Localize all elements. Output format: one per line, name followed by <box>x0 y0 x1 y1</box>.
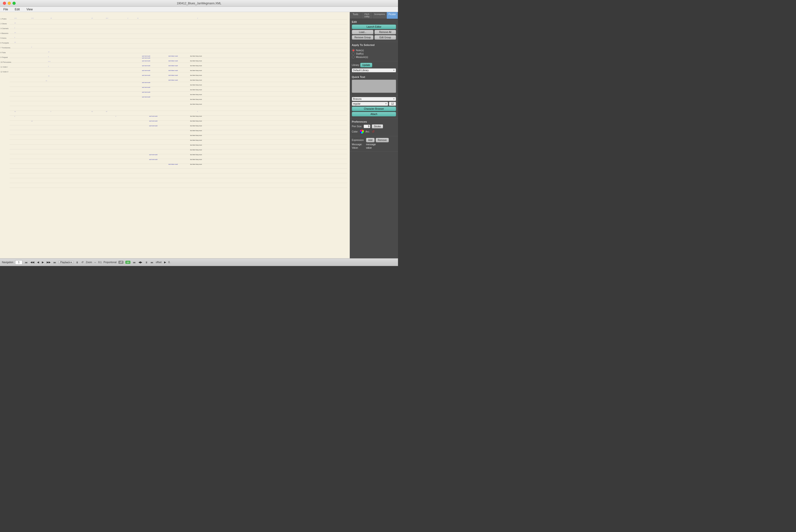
navigation-input[interactable] <box>15 260 22 265</box>
playback-arrow: ▾ <box>71 261 72 264</box>
notation-element: ♩ <box>15 115 15 117</box>
expression-add-button[interactable]: Add <box>366 138 375 142</box>
annotation-group: doch lieber musik <box>168 70 178 71</box>
staff-line <box>10 87 347 87</box>
next-button[interactable]: ▶▶ <box>46 261 51 264</box>
play-button[interactable]: ▶ <box>41 261 44 264</box>
font-size-input[interactable]: 12 <box>389 102 396 106</box>
staff-line <box>10 38 347 39</box>
annotation-group: doch lieber musik <box>168 60 178 61</box>
annotation-group: auch wie musik <box>142 65 150 66</box>
load-button[interactable]: Load... <box>352 30 373 34</box>
annotation-group: auch wie musik <box>142 75 150 76</box>
font-style-select[interactable]: regular ▼ <box>352 102 388 106</box>
remove-group-button[interactable]: Remove Group <box>352 35 373 40</box>
arc-icon[interactable]: ↺ <box>371 129 375 134</box>
minimize-button[interactable] <box>8 2 11 5</box>
staff-line <box>10 77 347 77</box>
expression-section: Expression Add Remove Message: message V… <box>350 136 398 152</box>
radio-measure-dot[interactable] <box>352 56 355 58</box>
range-expand-button[interactable]: ◀▶ <box>138 261 143 264</box>
score-area[interactable]: 1 Flutes 2 Oboes 3 Clarinets 4 Bassons 5… <box>0 12 350 258</box>
menu-file[interactable]: File <box>2 7 10 12</box>
offset-arrow-button[interactable]: ▶ <box>164 261 167 264</box>
staff-line <box>10 91 347 92</box>
range-end-button[interactable]: ⏭ <box>150 261 154 264</box>
close-button[interactable] <box>3 2 6 5</box>
prev-button[interactable]: ◀ <box>37 261 39 264</box>
radio-notes-dot[interactable] <box>352 49 355 52</box>
range-pause-button[interactable]: ⏸ <box>145 261 148 264</box>
maximize-button[interactable] <box>13 2 16 5</box>
measure-label: 6 Trumpets <box>0 42 9 44</box>
color-wheel[interactable] <box>360 129 364 134</box>
skip-start-button[interactable]: ⏮ <box>24 261 28 264</box>
tab-tools[interactable]: Tools <box>350 12 361 19</box>
annotation-group: auch wie musik <box>142 91 150 93</box>
update-button[interactable]: Update <box>360 63 372 67</box>
menu-edit[interactable]: Edit <box>13 7 21 12</box>
attach-button[interactable]: Attach <box>352 112 396 116</box>
prev-fast-button[interactable]: ◀◀ <box>30 261 35 264</box>
staff-line <box>10 82 347 82</box>
measure-label: 8 Tuba <box>0 52 5 53</box>
annotation-group: das lieber klang music <box>190 115 202 117</box>
annotation-group: das lieber klang music <box>190 139 202 141</box>
measure-label: 7 Trombones <box>0 47 10 49</box>
library-select[interactable]: Default Library ▼ <box>352 68 396 72</box>
proportional-off-toggle[interactable]: off <box>118 261 124 264</box>
launch-editor-button[interactable]: Launch Editor <box>352 24 396 29</box>
loop-button[interactable]: ↺ <box>81 261 84 264</box>
playback-dropdown[interactable]: Playback ▾ <box>58 261 73 264</box>
zoom-left-icon: ↔ <box>94 261 96 264</box>
menu-bar: File Edit View <box>0 7 398 12</box>
expression-remove-button[interactable]: Remove <box>376 138 389 142</box>
font-name-select[interactable]: Bravura ▼ <box>352 97 396 101</box>
notation-element: ♩ ♩ <box>48 51 49 53</box>
panel-tabs: Tools Pitch Utility Scorepions Picster <box>350 12 398 19</box>
edit-section: Edit Launch Editor Load... Remove All Re… <box>350 19 398 42</box>
notation-element: ♩ <box>15 37 15 38</box>
staff-line <box>10 34 347 34</box>
expression-header-row: Expression Add Remove <box>352 138 396 142</box>
annotation-group: auch wie musik <box>149 125 158 127</box>
pen-size-input[interactable] <box>364 125 370 128</box>
staff-line <box>10 188 347 188</box>
notation-element: ♩ <box>197 111 198 112</box>
font-section: Bravura ▼ regular ▼ 12 Character Browser… <box>350 95 398 119</box>
radio-notes[interactable]: Note(s) <box>352 49 396 52</box>
measure-label: 11 Violin I <box>0 66 8 68</box>
edit-group-button[interactable]: Edit Group <box>374 35 396 40</box>
notation-element: ♩ ♪ <box>15 32 16 33</box>
menu-view[interactable]: View <box>25 7 34 12</box>
tab-pitch-utility[interactable]: Pitch Utility <box>361 12 372 19</box>
traffic-lights[interactable] <box>3 2 16 5</box>
radio-staff-dot[interactable] <box>352 52 355 55</box>
radio-measure[interactable]: Measure(s) <box>352 55 396 59</box>
annotation-group: das lieber klang music <box>190 125 202 127</box>
measure-label: 9 Timpani <box>0 57 8 58</box>
staff-line <box>10 149 347 149</box>
font-style-row: regular ▼ 12 <box>352 102 396 106</box>
tab-scorepions[interactable]: Scorepions <box>373 12 387 19</box>
navigation-label: Navigation <box>2 261 13 264</box>
staff-line <box>10 24 347 24</box>
annotation-group: das lieber klang music <box>190 70 202 71</box>
edit-section-title: Edit <box>352 20 396 23</box>
stroke-button[interactable]: Stroke <box>372 124 383 129</box>
quick-text-area[interactable] <box>352 80 396 93</box>
proportional-on-toggle[interactable]: on <box>125 261 130 264</box>
annotation-group: das lieber klang music <box>190 144 202 146</box>
annotation-group: auch wie musik <box>142 70 150 71</box>
character-browser-button[interactable]: Character Browser <box>352 107 396 111</box>
remove-all-button[interactable]: Remove All <box>374 30 396 34</box>
pause-button[interactable]: ⏸ <box>75 261 79 264</box>
skip-end-button[interactable]: ⏭ <box>53 261 57 264</box>
annotation-group: das lieber klang music <box>190 130 202 131</box>
range-start-button[interactable]: ⏮ <box>132 261 136 264</box>
annotation-group: auch wie musik <box>149 120 158 122</box>
offset-value: 0. <box>168 261 170 264</box>
chevron-down-icon: ▼ <box>393 69 395 72</box>
tab-picster[interactable]: Picster <box>387 12 398 19</box>
radio-staff[interactable]: Staff(s) <box>352 52 396 55</box>
